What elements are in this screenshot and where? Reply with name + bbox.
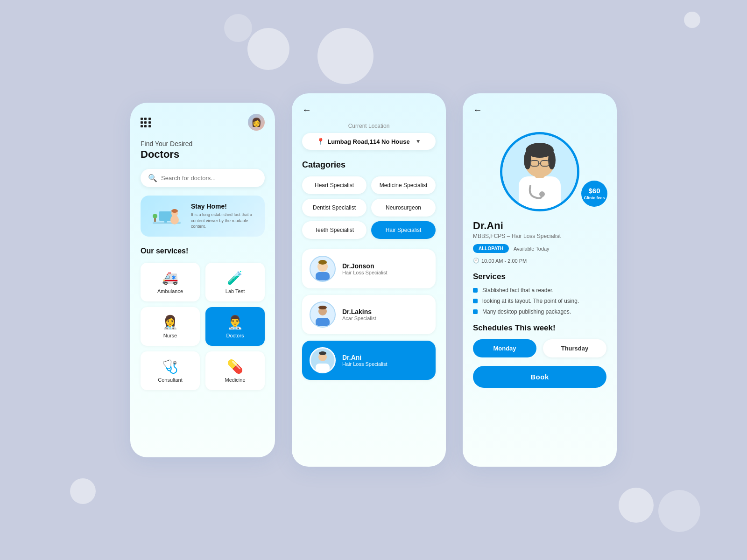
cat-neurosurgeon[interactable]: Neurosurgeon bbox=[371, 199, 436, 217]
svg-rect-19 bbox=[316, 364, 330, 372]
banner-illustration bbox=[148, 202, 185, 230]
doctor-jonson-name: Dr.Jonson bbox=[342, 262, 388, 270]
doctor-lakins-info: Dr.Lakins Acar Specialist bbox=[342, 308, 376, 321]
schedule-days: Monday Thursday bbox=[473, 339, 606, 357]
svg-point-26 bbox=[524, 151, 531, 169]
search-icon: 🔍 bbox=[148, 174, 157, 182]
doctor-jonson-specialty: Hair Loss Specialist bbox=[342, 270, 388, 275]
svg-point-31 bbox=[539, 191, 545, 197]
clock-icon: 🕙 bbox=[473, 258, 479, 264]
service-dot-2 bbox=[473, 299, 478, 303]
svg-point-5 bbox=[171, 209, 178, 213]
location-pill[interactable]: 📍 Lumbag Road,114 No House ▼ bbox=[302, 133, 436, 150]
service-text-1: Stablished fact that a reader. bbox=[482, 287, 554, 294]
svg-point-7 bbox=[153, 214, 157, 218]
time-text: 🕙 10.00 AM - 2.00 PM bbox=[473, 258, 527, 264]
our-services-title: Our services! bbox=[141, 247, 265, 255]
service-item-2: looking at its layout. The point of usin… bbox=[473, 298, 606, 304]
doctor-hero: $60 Clinic fees bbox=[463, 123, 617, 211]
search-input[interactable] bbox=[161, 175, 257, 182]
doctor-ani-card-featured[interactable]: Dr.Ani Hair Loss Specialist bbox=[302, 341, 436, 380]
doctor-ani-specialty-featured: Hair Loss Specialist bbox=[342, 361, 388, 367]
doctor-jonson-card[interactable]: Dr.Jonson Hair Loss Specialist bbox=[302, 249, 436, 288]
svg-point-16 bbox=[318, 306, 327, 309]
ambulance-icon: 🚑 bbox=[162, 270, 178, 286]
service-text-2: looking at its layout. The point of usin… bbox=[482, 298, 579, 304]
svg-rect-1 bbox=[159, 211, 172, 221]
doctors-icon: 👨‍⚕️ bbox=[227, 315, 243, 330]
back-button-screen3[interactable]: ← bbox=[473, 105, 482, 115]
cat-dentist-specialist[interactable]: Dentist Specialist bbox=[302, 199, 366, 217]
doctor-lakins-name: Dr.Lakins bbox=[342, 308, 376, 315]
pin-icon: 📍 bbox=[317, 138, 324, 145]
services-section-title: Services bbox=[473, 272, 606, 281]
screen1-header: 👩 bbox=[141, 114, 265, 131]
location-address: Lumbag Road,114 No House bbox=[327, 138, 409, 145]
consultant-icon: 🩺 bbox=[162, 359, 178, 374]
cat-teeth-specialist[interactable]: Teeth Specialist bbox=[302, 221, 366, 239]
doctor-tag-allopath: ALLOPATH bbox=[473, 244, 509, 253]
doctor-ani-name-featured: Dr.Ani bbox=[342, 354, 388, 361]
services-section: Services Stablished fact that a reader. … bbox=[473, 272, 606, 315]
cat-heart-specialist[interactable]: Heart Specialist bbox=[302, 176, 366, 194]
screens-container: 👩 Find Your Desired Doctors 🔍 bbox=[130, 75, 617, 485]
medicine-label: Medicine bbox=[225, 377, 245, 383]
doctor-list: Dr.Jonson Hair Loss Specialist Dr.Lakins… bbox=[302, 249, 436, 380]
nurse-label: Nurse bbox=[163, 333, 177, 338]
doctor-jonson-info: Dr.Jonson Hair Loss Specialist bbox=[342, 262, 388, 275]
doctor-ani-info-featured: Dr.Ani Hair Loss Specialist bbox=[342, 354, 388, 367]
doctors-label: Doctors bbox=[226, 333, 244, 338]
find-title: Doctors bbox=[141, 148, 265, 161]
book-button[interactable]: Book bbox=[473, 366, 606, 388]
doctor-jonson-avatar bbox=[310, 256, 336, 282]
service-doctors[interactable]: 👨‍⚕️ Doctors bbox=[205, 307, 265, 346]
service-consultant[interactable]: 🩺 Consultant bbox=[141, 351, 200, 390]
search-bar[interactable]: 🔍 bbox=[141, 169, 265, 187]
screen3-body: Dr.Ani MBBS,FCPS – Hair Loss Specialist … bbox=[463, 211, 617, 399]
service-item-3: Many desktop publishing packages. bbox=[473, 308, 606, 315]
service-lab-test[interactable]: 🧪 Lab Test bbox=[205, 263, 265, 301]
location-label: Current Location bbox=[302, 123, 436, 129]
svg-rect-10 bbox=[316, 272, 330, 280]
stay-home-banner: Stay Home! It is a long established fact… bbox=[141, 196, 265, 237]
grid-menu-icon[interactable] bbox=[141, 118, 151, 127]
services-grid: 🚑 Ambulance 🧪 Lab Test 👩‍⚕️ Nurse 👨‍⚕️ D… bbox=[141, 263, 265, 390]
fee-amount: $60 bbox=[588, 186, 600, 196]
doctor-hero-circle bbox=[500, 132, 579, 211]
ambulance-label: Ambulance bbox=[157, 288, 183, 294]
cat-hair-specialist[interactable]: Hair Specialist bbox=[371, 221, 436, 239]
screen3-header: ← bbox=[463, 93, 617, 123]
screen1: 👩 Find Your Desired Doctors 🔍 bbox=[130, 103, 275, 457]
service-ambulance[interactable]: 🚑 Ambulance bbox=[141, 263, 200, 301]
banner-text: Stay Home! It is a long established fact… bbox=[191, 203, 257, 230]
doctor-tags: ALLOPATH Available Today 🕙 10.00 AM - 2.… bbox=[473, 244, 606, 264]
doctor-lakins-card[interactable]: Dr.Lakins Acar Specialist bbox=[302, 295, 436, 334]
svg-rect-2 bbox=[164, 221, 167, 223]
dropdown-arrow-icon: ▼ bbox=[416, 138, 421, 145]
doctor-credentials: MBBS,FCPS – Hair Loss Specialist bbox=[473, 233, 606, 239]
day-monday[interactable]: Monday bbox=[473, 339, 536, 357]
doctor-ani-avatar-featured bbox=[310, 347, 336, 373]
user-avatar[interactable]: 👩 bbox=[248, 114, 265, 131]
service-dot-1 bbox=[473, 288, 478, 293]
schedule-title: Schedules This week! bbox=[473, 323, 606, 333]
service-dot-3 bbox=[473, 309, 478, 314]
back-button-screen2[interactable]: ← bbox=[302, 105, 311, 115]
find-text: Find Your Desired bbox=[141, 140, 265, 147]
service-nurse[interactable]: 👩‍⚕️ Nurse bbox=[141, 307, 200, 346]
screen3: ← bbox=[463, 93, 617, 467]
cat-medicine-specialist[interactable]: Medicine Specialist bbox=[371, 176, 436, 194]
availability-text: Available Today bbox=[514, 246, 550, 252]
nurse-icon: 👩‍⚕️ bbox=[162, 315, 178, 330]
schedule-section: Schedules This week! Monday Thursday Boo… bbox=[473, 323, 606, 388]
fee-label: Clinic fees bbox=[584, 196, 605, 201]
screen2: ← Current Location 📍 Lumbag Road,114 No … bbox=[292, 93, 446, 467]
svg-point-12 bbox=[318, 260, 327, 265]
categories-title: Catagories bbox=[302, 160, 436, 170]
consultant-label: Consultant bbox=[158, 377, 183, 383]
doctor-name: Dr.Ani bbox=[473, 220, 606, 232]
doctor-lakins-specialty: Acar Specialist bbox=[342, 315, 376, 321]
time-value: 10.00 AM - 2.00 PM bbox=[481, 258, 527, 264]
service-medicine[interactable]: 💊 Medicine bbox=[205, 351, 265, 390]
day-thursday[interactable]: Thursday bbox=[543, 339, 606, 357]
